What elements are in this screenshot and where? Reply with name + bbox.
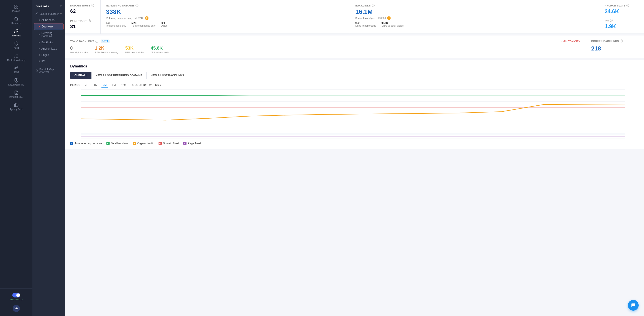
legend-label-organic: Organic traffic (137, 142, 154, 145)
bl-sub-1: 9.4K Links to homepage (355, 22, 376, 27)
tab-new-lost-bl[interactable]: NEW & LOST BACKLINKS (147, 72, 188, 79)
ips-section: IPS i 1.9K (605, 19, 639, 29)
toxic-item-2: 53K 53% Low toxicity (125, 46, 144, 54)
sidebar-item-content-label: Content Marketing (7, 59, 26, 61)
gap-analyzer-label: Backlink Gap Analyzer (39, 68, 62, 73)
rd-info-icon[interactable]: i (136, 4, 138, 7)
rd-sub-row: 349 To homepage only 5.2K To internal pa… (106, 22, 344, 27)
broken-backlinks-card: BROKEN BACKLINKS i 218 (586, 35, 644, 58)
sidebar-item-research-label: Research (12, 22, 21, 24)
avatar-initials: YD (13, 305, 20, 312)
chat-button[interactable] (628, 300, 639, 311)
legend-check-dt (158, 142, 162, 145)
sidebar-item-agency-label: Agency Pack (10, 108, 22, 111)
svg-rect-0 (14, 5, 16, 6)
period-1m[interactable]: 1M (92, 83, 99, 87)
svg-line-16 (37, 71, 38, 71)
sidebar-item-report[interactable]: Report Builder (0, 88, 32, 101)
main-container: Backlinks ▾ Backlink Checker ▾ All Repor… (32, 0, 644, 316)
legend-total-rd[interactable]: Total referring domains (70, 142, 102, 145)
toxic-item-0: 0 0% High toxicity (70, 46, 88, 54)
legend-check-rd (70, 142, 73, 145)
new-menu-toggle-container: New Menu UI (0, 291, 32, 303)
domain-trust-label: DOMAIN TRUST i (70, 4, 95, 7)
domain-trust-card: DOMAIN TRUST i 62 PAGE TRUST i 31 (65, 0, 100, 33)
submenu-item-anchor-texts[interactable]: Anchor Texts (32, 46, 65, 52)
legend-check-bl (106, 142, 110, 145)
sidebar-item-research[interactable]: Research (0, 14, 32, 27)
gap-analyzer-link[interactable]: Backlink Gap Analyzer (32, 66, 65, 75)
toxic-desc-0: 0% High toxicity (70, 51, 88, 54)
group-by-value[interactable]: WEEKS ▾ (149, 84, 161, 87)
period-12m[interactable]: 12M (119, 83, 128, 87)
svg-point-7 (14, 68, 16, 69)
submenu-item-rd-label: Referring Domains (41, 31, 62, 38)
new-menu-toggle[interactable] (12, 293, 20, 298)
toxic-desc-1: 1.2% Medium toxicity (95, 51, 118, 54)
submenu-item-overview[interactable]: Overview (34, 23, 64, 30)
submenu-item-backlinks[interactable]: Backlinks (32, 39, 65, 46)
period-7d[interactable]: 7D (83, 83, 90, 87)
toggle-label: New Menu UI (10, 298, 23, 301)
rd-analyzed: Referring domains analyzed: 6212 ! (106, 16, 344, 20)
at-info-icon[interactable]: i (626, 4, 629, 7)
period-3m[interactable]: 3M (101, 83, 108, 88)
submenu-item-ips[interactable]: IPs (32, 58, 65, 64)
toxic-val-2: 53K (125, 46, 144, 51)
sidebar-item-audit[interactable]: Audit (0, 39, 32, 51)
sidebar-item-backlinks[interactable]: Backlinks (0, 27, 32, 39)
legend-total-bl[interactable]: Total backlinks (106, 142, 128, 145)
toggle-knob (16, 294, 20, 297)
toxic-item-3: 45.8K 45.8% Non-toxic (151, 46, 169, 54)
gap-icon (36, 69, 38, 72)
sidebar-item-smm[interactable]: SMM (0, 64, 32, 76)
item-dot-all-reports (39, 19, 40, 21)
bl-warn-icon: ! (387, 16, 391, 20)
period-label: PERIOD: (70, 84, 82, 87)
toxic-info-icon[interactable]: i (96, 40, 98, 43)
chart-container: 18M 12M 6M 0 96 72 48 (70, 89, 639, 139)
bl-info-icon[interactable]: i (372, 4, 374, 7)
sidebar-item-local-label: Local Marketing (8, 84, 24, 86)
backlinks-card: BACKLINKS i 16.1M Backlinks analyzed: 10… (350, 0, 599, 33)
link-icon (36, 12, 38, 15)
domain-trust-info-icon[interactable]: i (91, 4, 94, 7)
chevron-down-icon: ▾ (160, 84, 161, 87)
period-6m[interactable]: 6M (110, 83, 118, 87)
dynamics-section: Dynamics OVERALL NEW & LOST REFERRING DO… (65, 60, 644, 150)
page-trust-info-icon[interactable]: i (88, 19, 91, 22)
item-dot-pages (39, 54, 40, 56)
legend-organic[interactable]: Organic traffic (133, 142, 154, 145)
ips-info-icon[interactable]: i (610, 19, 613, 22)
tab-new-lost-rd[interactable]: NEW & LOST REFERRING DOMAINS (92, 72, 146, 79)
toxic-label: TOXIC BACKLINKS i BETA High toxicity (70, 39, 580, 43)
legend-page-trust[interactable]: Page Trust (183, 142, 201, 145)
sidebar-item-local-marketing[interactable]: Local Marketing (0, 76, 32, 88)
tab-overall[interactable]: OVERALL (70, 72, 92, 79)
sidebar-item-content[interactable]: Content Marketing (0, 51, 32, 64)
legend-domain-trust[interactable]: Domain Trust (158, 142, 179, 145)
legend-label-dt: Domain Trust (163, 142, 179, 145)
submenu-item-referring-domains[interactable]: Referring Domains (32, 30, 65, 39)
broken-info-icon[interactable]: i (620, 39, 623, 42)
sidebar-item-agency[interactable]: Agency Pack (0, 101, 32, 113)
rd-warn-icon: ! (145, 16, 148, 20)
submenu: Backlinks ▾ Backlink Checker ▾ All Repor… (32, 0, 65, 316)
broken-bl-label: BROKEN BACKLINKS i (591, 39, 639, 42)
legend-check-organic (133, 142, 136, 145)
svg-rect-2 (14, 7, 16, 8)
sidebar-item-projects[interactable]: Projects (0, 2, 32, 14)
item-dot-anchor (39, 48, 40, 49)
backlink-checker-header[interactable]: Backlink Checker ▾ (32, 10, 65, 17)
svg-point-8 (17, 69, 18, 70)
submenu-item-pages[interactable]: Pages (32, 52, 65, 58)
submenu-item-overview-label: Overview (42, 25, 53, 28)
submenu-item-pages-label: Pages (41, 53, 49, 56)
toxic-row: TOXIC BACKLINKS i BETA High toxicity 0 0… (65, 35, 644, 58)
item-dot-ips (39, 60, 40, 62)
page-trust-section: PAGE TRUST i 31 (70, 19, 95, 29)
submenu-item-all-reports[interactable]: All Reports (32, 17, 65, 23)
ips-label: IPS i (605, 19, 639, 22)
legend-row: Total referring domains Total backlinks … (70, 142, 639, 145)
user-avatar[interactable]: YD (0, 303, 32, 314)
